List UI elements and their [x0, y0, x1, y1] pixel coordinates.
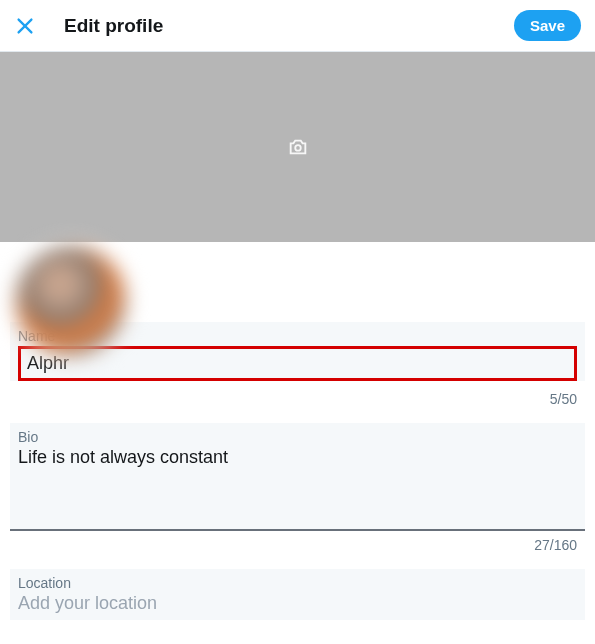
camera-icon: [286, 135, 310, 159]
save-button[interactable]: Save: [514, 10, 581, 41]
name-counter: 5/50: [10, 385, 585, 423]
location-field: Location: [10, 569, 585, 620]
location-input[interactable]: [18, 593, 577, 614]
scroll-area[interactable]: Name 5/50 Bio 27/160 Location: [0, 52, 595, 644]
bio-input[interactable]: [18, 447, 577, 519]
location-label: Location: [18, 575, 577, 591]
header-left: Edit profile: [14, 15, 163, 37]
page-title: Edit profile: [64, 15, 163, 37]
bio-counter: 27/160: [10, 531, 585, 569]
bio-label: Bio: [18, 429, 577, 445]
modal-header: Edit profile Save: [0, 0, 595, 52]
svg-point-2: [295, 145, 301, 151]
name-input[interactable]: [27, 353, 568, 374]
close-icon[interactable]: [14, 15, 36, 37]
banner-upload[interactable]: [0, 52, 595, 242]
avatar[interactable]: [12, 242, 130, 360]
bio-field: Bio: [10, 423, 585, 531]
